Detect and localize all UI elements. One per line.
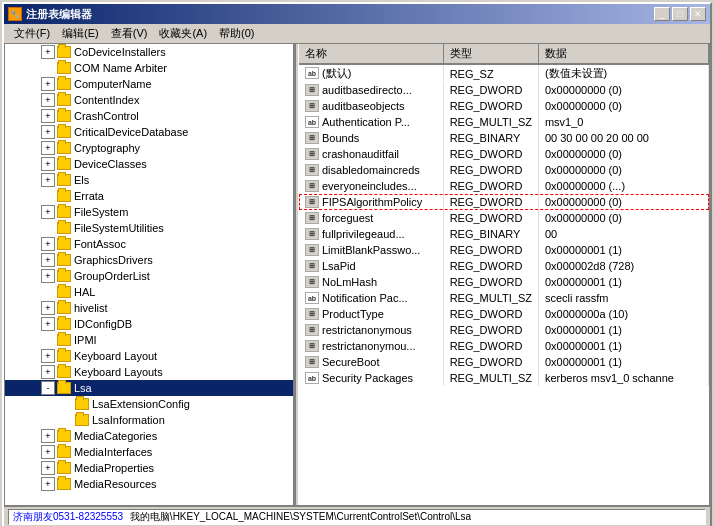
maximize-button[interactable]: □: [672, 7, 688, 21]
col-type[interactable]: 类型: [444, 44, 539, 64]
menu-favorites[interactable]: 收藏夹(A): [153, 24, 213, 43]
tree-expand-button[interactable]: +: [41, 77, 55, 91]
tree-item[interactable]: FileSystemUtilities: [5, 220, 293, 236]
tree-expand-button[interactable]: +: [41, 461, 55, 475]
cell-data: 0x00000001 (1): [538, 274, 708, 290]
dword-icon: ⊞: [305, 164, 319, 176]
tree-item[interactable]: IPMI: [5, 332, 293, 348]
tree-item[interactable]: LsaInformation: [5, 412, 293, 428]
tree-expand-button[interactable]: +: [41, 45, 55, 59]
dword-icon: ⊞: [305, 260, 319, 272]
tree-item-label: IDConfigDB: [74, 318, 132, 330]
tree-expand-button[interactable]: +: [41, 205, 55, 219]
tree-expand-button[interactable]: +: [41, 253, 55, 267]
tree-item-label: Els: [74, 174, 89, 186]
tree-item[interactable]: +MediaResources: [5, 476, 293, 492]
cell-name-text: LsaPid: [322, 260, 356, 272]
tree-item[interactable]: +FontAssoc: [5, 236, 293, 252]
menu-edit[interactable]: 编辑(E): [56, 24, 105, 43]
tree-item[interactable]: +GroupOrderList: [5, 268, 293, 284]
table-row[interactable]: ⊞restrictanonymou...REG_DWORD0x00000001 …: [299, 338, 709, 354]
folder-icon: [57, 446, 71, 458]
table-row[interactable]: abAuthentication P...REG_MULTI_SZmsv1_0: [299, 114, 709, 130]
tree-expand-button[interactable]: -: [41, 381, 55, 395]
tree-item[interactable]: +DeviceClasses: [5, 156, 293, 172]
table-row[interactable]: ⊞fullprivilegeaud...REG_BINARY00: [299, 226, 709, 242]
tree-item[interactable]: +MediaProperties: [5, 460, 293, 476]
tree-item[interactable]: +Cryptography: [5, 140, 293, 156]
table-row[interactable]: ⊞ProductTypeREG_DWORD0x0000000a (10): [299, 306, 709, 322]
table-row[interactable]: abSecurity PackagesREG_MULTI_SZkerberos …: [299, 370, 709, 386]
tree-item[interactable]: +CriticalDeviceDatabase: [5, 124, 293, 140]
menu-view[interactable]: 查看(V): [105, 24, 154, 43]
table-row[interactable]: ⊞auditbasedirecto...REG_DWORD0x00000000 …: [299, 82, 709, 98]
tree-item[interactable]: COM Name Arbiter: [5, 60, 293, 76]
tree-panel[interactable]: +CoDeviceInstallersCOM Name Arbiter+Comp…: [5, 44, 295, 505]
tree-expand-button[interactable]: +: [41, 445, 55, 459]
menu-help[interactable]: 帮助(0): [213, 24, 260, 43]
tree-item[interactable]: Errata: [5, 188, 293, 204]
cell-type: REG_SZ: [444, 64, 539, 82]
right-panel[interactable]: 名称 类型 数据 ab(默认)REG_SZ(数值未设置)⊞auditbasedi…: [299, 44, 709, 505]
tree-expand-button[interactable]: +: [41, 269, 55, 283]
table-row[interactable]: ⊞BoundsREG_BINARY00 30 00 00 20 00 00: [299, 130, 709, 146]
cell-data: kerberos msv1_0 schanne: [538, 370, 708, 386]
table-row[interactable]: ⊞forceguestREG_DWORD0x00000000 (0): [299, 210, 709, 226]
table-row[interactable]: ⊞FIPSAlgorithmPolicyREG_DWORD0x00000000 …: [299, 194, 709, 210]
tree-item[interactable]: +Keyboard Layouts: [5, 364, 293, 380]
tree-expand-button[interactable]: +: [41, 93, 55, 107]
tree-expand-button[interactable]: +: [41, 301, 55, 315]
cell-name-text: (默认): [322, 66, 351, 81]
menu-file[interactable]: 文件(F): [8, 24, 56, 43]
tree-expand-button[interactable]: +: [41, 157, 55, 171]
col-name[interactable]: 名称: [299, 44, 444, 64]
tree-item-label: Keyboard Layouts: [74, 366, 163, 378]
tree-item[interactable]: +MediaInterfaces: [5, 444, 293, 460]
tree-expand-button[interactable]: +: [41, 109, 55, 123]
table-row[interactable]: ⊞LsaPidREG_DWORD0x000002d8 (728): [299, 258, 709, 274]
tree-item[interactable]: +FileSystem: [5, 204, 293, 220]
table-row[interactable]: ⊞everyoneincludes...REG_DWORD0x00000000 …: [299, 178, 709, 194]
tree-item[interactable]: LsaExtensionConfig: [5, 396, 293, 412]
tree-item[interactable]: +MediaCategories: [5, 428, 293, 444]
minimize-button[interactable]: _: [654, 7, 670, 21]
tree-item[interactable]: +GraphicsDrivers: [5, 252, 293, 268]
tree-item[interactable]: +Els: [5, 172, 293, 188]
table-row[interactable]: ⊞restrictanonymousREG_DWORD0x00000001 (1…: [299, 322, 709, 338]
tree-item[interactable]: +hivelist: [5, 300, 293, 316]
tree-expand-button[interactable]: +: [41, 429, 55, 443]
tree-expand-button[interactable]: +: [41, 317, 55, 331]
tree-expand-button[interactable]: +: [41, 477, 55, 491]
cell-data: 0x00000000 (0): [538, 98, 708, 114]
table-row[interactable]: ⊞crashonauditfailREG_DWORD0x00000000 (0): [299, 146, 709, 162]
table-row[interactable]: ⊞LimitBlankPasswo...REG_DWORD0x00000001 …: [299, 242, 709, 258]
table-row[interactable]: abNotification Pac...REG_MULTI_SZscecli …: [299, 290, 709, 306]
table-row[interactable]: ⊞auditbaseobjectsREG_DWORD0x00000000 (0): [299, 98, 709, 114]
tree-expand-button[interactable]: +: [41, 349, 55, 363]
tree-expand-button[interactable]: +: [41, 141, 55, 155]
tree-item[interactable]: +CoDeviceInstallers: [5, 44, 293, 60]
title-bar: 🔧 注册表编辑器 _ □ ✕: [4, 4, 710, 24]
table-row[interactable]: ⊞NoLmHashREG_DWORD0x00000001 (1): [299, 274, 709, 290]
tree-item[interactable]: +ContentIndex: [5, 92, 293, 108]
tree-item[interactable]: +Keyboard Layout: [5, 348, 293, 364]
tree-expand-button[interactable]: +: [41, 237, 55, 251]
col-data[interactable]: 数据: [538, 44, 708, 64]
table-row[interactable]: ab(默认)REG_SZ(数值未设置): [299, 64, 709, 82]
tree-item[interactable]: HAL: [5, 284, 293, 300]
table-row[interactable]: ⊞disabledomaincredsREG_DWORD0x00000000 (…: [299, 162, 709, 178]
table-row[interactable]: ⊞SecureBootREG_DWORD0x00000001 (1): [299, 354, 709, 370]
tree-expand-button[interactable]: +: [41, 173, 55, 187]
tree-item[interactable]: -Lsa: [5, 380, 293, 396]
ab-icon: ab: [305, 372, 319, 384]
tree-expand-button[interactable]: +: [41, 125, 55, 139]
tree-item[interactable]: +ComputerName: [5, 76, 293, 92]
close-button[interactable]: ✕: [690, 7, 706, 21]
dword-icon: ⊞: [305, 308, 319, 320]
tree-expand-button[interactable]: +: [41, 365, 55, 379]
tree-item[interactable]: +CrashControl: [5, 108, 293, 124]
tree-item-label: COM Name Arbiter: [74, 62, 167, 74]
cell-type: REG_DWORD: [444, 242, 539, 258]
tree-item[interactable]: +IDConfigDB: [5, 316, 293, 332]
cell-data: 00: [538, 226, 708, 242]
